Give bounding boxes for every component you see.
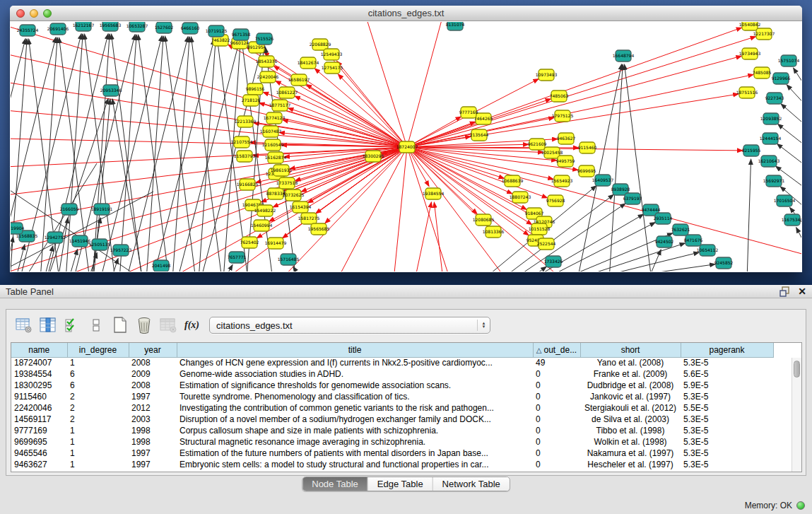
close-panel-icon[interactable]: ✕	[798, 286, 806, 297]
table-cell[interactable]: 2	[67, 414, 129, 425]
graph-edge[interactable]	[434, 202, 443, 271]
table-cell[interactable]: 5.9E-5	[681, 380, 773, 391]
table-scrollbar-thumb[interactable]	[794, 361, 800, 378]
column-header-out-de-[interactable]: △out_de...	[533, 343, 580, 357]
table-cell[interactable]: 9777169	[11, 425, 67, 436]
graph-node[interactable]: 19565685	[308, 223, 330, 235]
table-cell[interactable]: 0	[533, 368, 580, 380]
graph-node[interactable]: 7657771	[228, 252, 247, 263]
table-cell[interactable]: 0	[533, 391, 580, 402]
graph-edge[interactable]	[777, 144, 801, 167]
graph-node[interactable]: 9115460	[578, 142, 597, 153]
table-cell[interactable]: Jankovic et al. (1997)	[580, 391, 681, 402]
graph-node[interactable]: 12107554	[231, 136, 253, 148]
row-selection-button[interactable]	[86, 315, 107, 336]
tab-node-table[interactable]: Node Table	[302, 477, 368, 491]
graph-edge[interactable]	[288, 108, 407, 147]
table-cell[interactable]: 1998	[129, 436, 177, 448]
graph-node[interactable]: 16212167	[73, 22, 95, 31]
table-cell[interactable]: Hescheler et al. (1997)	[580, 459, 681, 470]
graph-edge[interactable]	[11, 147, 407, 167]
table-cell[interactable]: 9115460	[11, 391, 67, 402]
table-cell[interactable]: 0	[533, 414, 580, 425]
graph-node[interactable]: 10653287	[126, 22, 148, 32]
column-header-short[interactable]: short	[580, 343, 681, 357]
table-scrollbar[interactable]	[792, 358, 801, 472]
table-cell[interactable]: de Silva et al. (2003)	[580, 414, 681, 425]
graph-node[interactable]: 15460994	[251, 220, 273, 231]
graph-node[interactable]: 10719125	[206, 25, 228, 37]
graph-node[interactable]: 16774123	[264, 112, 286, 124]
table-cell[interactable]: 1998	[129, 425, 177, 436]
table-cell[interactable]: Embryonic stem cells: a model to study s…	[177, 459, 533, 470]
graph-node[interactable]: 17016504	[774, 195, 796, 206]
table-cell[interactable]: 2003	[129, 414, 177, 425]
table-cell[interactable]: Stergiakouli et al. (2012)	[580, 402, 681, 414]
graph-node[interactable]: 1733426	[544, 256, 563, 267]
graph-edge[interactable]	[84, 34, 115, 271]
graph-node[interactable]: 8215955	[742, 145, 761, 156]
table-row[interactable]: 2242004622012Investigating the contribut…	[11, 402, 773, 414]
column-header-name[interactable]: name	[11, 343, 67, 357]
table-cell[interactable]: 2009	[129, 368, 177, 380]
graph-node[interactable]: 6379197	[623, 193, 642, 204]
graph-edge[interactable]	[604, 264, 715, 271]
table-cell[interactable]: Corpus callosum shape and size in male p…	[177, 425, 533, 436]
graph-node[interactable]: 9245852	[714, 257, 734, 269]
graph-node[interactable]: 12505135	[89, 239, 111, 250]
graph-node[interactable]: 20953346	[100, 85, 122, 96]
graph-node[interactable]: 15751074	[778, 55, 800, 66]
graph-node[interactable]: 18775177	[269, 100, 291, 111]
graph-node[interactable]: 16210643	[758, 156, 780, 167]
graph-node[interactable]: 8471676	[684, 235, 703, 246]
graph-node[interactable]: 12213369	[235, 116, 257, 127]
graph-node[interactable]: 2041498	[152, 260, 171, 271]
table-cell[interactable]: Yano et al. (2008)	[580, 357, 681, 368]
graph-node[interactable]: 18807243	[510, 192, 531, 203]
graph-node[interactable]: 9495759	[556, 156, 575, 167]
graph-node[interactable]: 7485063	[550, 90, 569, 102]
table-cell[interactable]: 5.3E-5	[681, 436, 773, 448]
table-cell[interactable]: Investigating the contribution of common…	[177, 402, 533, 414]
graph-node[interactable]: 15716485	[278, 254, 300, 265]
table-cell[interactable]: 1997	[129, 459, 177, 470]
graph-node[interactable]: 7485085	[753, 67, 772, 78]
graph-node[interactable]: 16154394	[290, 201, 312, 213]
graph-edge[interactable]	[11, 185, 136, 271]
table-mode-button[interactable]	[13, 315, 35, 336]
float-panel-icon[interactable]	[779, 286, 791, 297]
graph-node[interactable]: 16914479	[265, 238, 287, 249]
graph-edge[interactable]	[781, 104, 801, 127]
graph-node[interactable]: 7632621	[671, 224, 690, 235]
graph-node[interactable]: 11451946	[69, 235, 91, 247]
column-header-year[interactable]: year	[129, 343, 177, 357]
graph-node[interactable]: 3919904	[11, 223, 25, 234]
function-builder-button[interactable]: f(x)	[184, 320, 199, 331]
graph-edge[interactable]	[415, 202, 431, 271]
graph-node[interactable]: 20691406	[47, 23, 69, 35]
graph-node[interactable]: 7464265	[474, 113, 493, 124]
graph-node[interactable]: 2718126	[242, 95, 261, 106]
table-cell[interactable]: 1997	[129, 448, 177, 459]
graph-node[interactable]: 15498222	[254, 205, 276, 216]
graph-node[interactable]: 12160549	[262, 139, 284, 151]
table-cell[interactable]: 5.3E-5	[681, 414, 773, 425]
table-cell[interactable]: 5.3E-5	[681, 357, 773, 368]
graph-node[interactable]: 12754175	[322, 62, 343, 74]
graph-edge[interactable]	[111, 258, 118, 271]
column-header-pagerank[interactable]: pagerank	[681, 343, 773, 357]
table-cell[interactable]: Tourette syndrome. Phenomenology and cla…	[177, 391, 533, 402]
tab-network-table[interactable]: Network Table	[433, 477, 510, 491]
graph-node[interactable]: 19166825	[237, 179, 259, 190]
graph-node[interactable]: 12080685	[473, 214, 495, 226]
table-cell[interactable]: 14569117	[11, 414, 67, 425]
graph-node[interactable]: 18919191	[91, 204, 113, 215]
table-cell[interactable]: 2	[67, 402, 129, 414]
graph-node[interactable]: 9699695	[577, 165, 596, 177]
graph-node[interactable]: 9227343	[765, 93, 784, 104]
graph-node[interactable]: 9129966	[772, 73, 791, 84]
table-cell[interactable]: Dudbridge et al. (2008)	[580, 380, 681, 391]
graph-node[interactable]: 15817275	[298, 213, 320, 224]
table-cell[interactable]: 5.3E-5	[681, 391, 773, 402]
table-cell[interactable]: 2008	[129, 380, 177, 391]
